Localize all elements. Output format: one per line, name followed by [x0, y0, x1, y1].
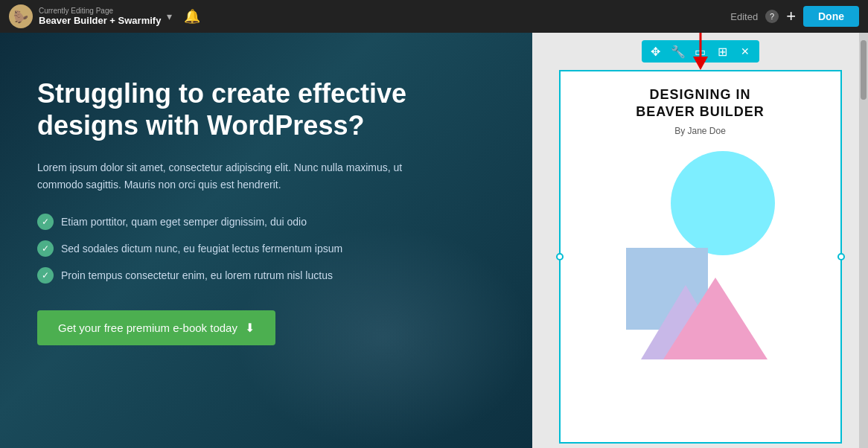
checklist-item-3: Proin tempus consectetur enim, eu lorem …	[61, 269, 333, 281]
topbar: 🦫 Currently Editing Page Beaver Builder …	[0, 0, 868, 33]
book-illustration	[626, 151, 775, 359]
bell-icon[interactable]: 🔔	[184, 8, 200, 25]
cta-button[interactable]: Get your free premium e-book today ⬇	[37, 310, 275, 345]
book-card: ✥ 🔧 ▭ ⊞ ✕ DESIGNING INBEAVER BUILDER By …	[559, 70, 842, 444]
main-content: Struggling to create effective designs w…	[0, 33, 868, 448]
close-icon[interactable]: ✕	[737, 43, 753, 60]
done-button[interactable]: Done	[803, 6, 859, 27]
beaver-logo: 🦫	[9, 4, 33, 28]
list-item: ✓ Etiam porttitor, quam eget semper dign…	[37, 214, 495, 230]
checklist-item-2: Sed sodales dictum nunc, eu feugiat lect…	[61, 243, 342, 255]
list-item: ✓ Proin tempus consectetur enim, eu lore…	[37, 267, 495, 284]
scrollbar[interactable]	[859, 33, 868, 448]
svg-marker-1	[693, 57, 708, 70]
topbar-left: 🦫 Currently Editing Page Beaver Builder …	[9, 4, 200, 28]
download-icon: ⬇	[245, 321, 255, 335]
topbar-right: Edited ? + Done	[730, 6, 859, 27]
topbar-subtitle: Currently Editing Page	[39, 7, 161, 15]
scrollbar-thumb[interactable]	[861, 40, 867, 100]
book-circle	[671, 151, 775, 255]
hero-content: Struggling to create effective designs w…	[0, 33, 532, 375]
move-icon[interactable]: ✥	[648, 43, 664, 60]
hero-section: Struggling to create effective designs w…	[0, 33, 532, 448]
check-icon: ✓	[37, 214, 54, 230]
red-arrow-indicator	[689, 33, 712, 73]
grid-icon[interactable]: ⊞	[715, 43, 731, 60]
wrench-icon[interactable]: 🔧	[670, 43, 686, 60]
drag-handle-left[interactable]	[556, 253, 564, 260]
topbar-title: Beaver Builder + Swarmify	[39, 15, 161, 26]
topbar-title-group: Currently Editing Page Beaver Builder + …	[39, 7, 161, 26]
edited-label: Edited	[730, 11, 758, 22]
chevron-down-icon[interactable]: ▾	[167, 10, 172, 22]
book-triangle-pink	[663, 278, 768, 359]
hero-body: Lorem ipsum dolor sit amet, consectetur …	[37, 159, 424, 193]
hero-checklist: ✓ Etiam porttitor, quam eget semper dign…	[37, 214, 495, 284]
book-author: By Jane Doe	[674, 126, 726, 136]
cta-label: Get your free premium e-book today	[58, 321, 237, 334]
book-title: DESIGNING INBEAVER BUILDER	[636, 86, 765, 121]
drag-handle-right[interactable]	[837, 253, 845, 260]
right-panel: ✥ 🔧 ▭ ⊞ ✕ DESIGNING INBEAVER BUILDER By …	[532, 33, 868, 448]
plus-icon[interactable]: +	[786, 7, 796, 26]
checklist-item-1: Etiam porttitor, quam eget semper dignis…	[61, 216, 307, 228]
help-icon[interactable]: ?	[765, 10, 779, 23]
list-item: ✓ Sed sodales dictum nunc, eu feugiat le…	[37, 240, 495, 257]
hero-heading: Struggling to create effective designs w…	[37, 77, 495, 141]
check-icon: ✓	[37, 267, 54, 284]
check-icon: ✓	[37, 240, 54, 257]
